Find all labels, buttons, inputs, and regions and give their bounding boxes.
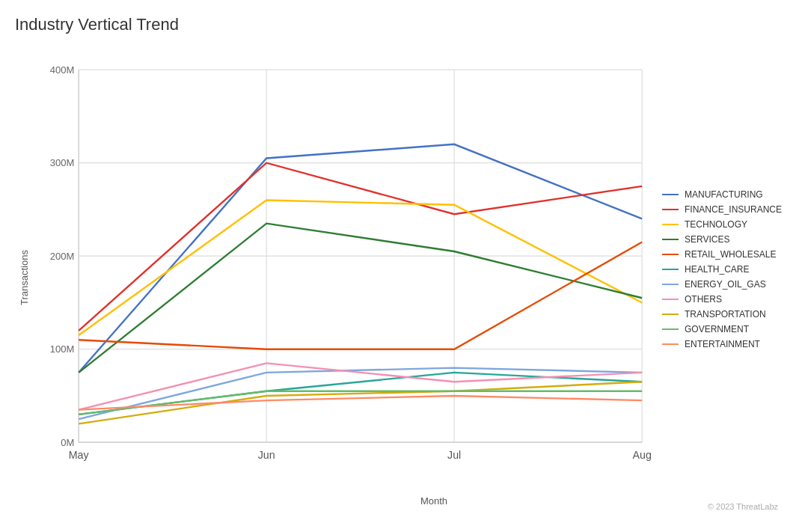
legend-item-health_care: HEALTH_CARE	[662, 264, 793, 275]
legend-label-others: OTHERS	[685, 294, 722, 305]
svg-text:200M: 200M	[50, 251, 75, 262]
legend-color-retail_wholesale	[662, 254, 679, 255]
legend-label-technology: TECHNOLOGY	[685, 219, 747, 230]
legend-color-transportation	[662, 314, 679, 315]
legend-label-services: SERVICES	[685, 234, 729, 245]
x-axis-label: Month	[30, 489, 793, 507]
svg-text:400M: 400M	[50, 64, 75, 76]
series-line-technology	[79, 201, 642, 336]
legend-label-health_care: HEALTH_CARE	[685, 264, 749, 275]
chart-title: Industry Vertical Trend	[15, 15, 793, 34]
series-line-services	[79, 224, 642, 373]
copyright-text: © 2023 ThreatLabz	[708, 502, 778, 511]
svg-text:Aug: Aug	[632, 449, 651, 461]
svg-text:Jun: Jun	[258, 449, 275, 461]
legend-color-entertainment	[662, 343, 679, 345]
legend-color-government	[662, 328, 679, 330]
legend-color-finance_insurance	[662, 209, 679, 210]
legend-color-manufacturing	[662, 194, 679, 195]
legend-label-energy_oil_gas: ENERGY_OIL_GAS	[685, 279, 766, 290]
legend-item-manufacturing: MANUFACTURING	[662, 189, 793, 200]
chart-container: Industry Vertical Trend Transactions 0M1…	[15, 15, 793, 517]
legend-label-transportation: TRANSPORTATION	[685, 309, 766, 319]
chart-inner: 0M100M200M300M400MMayJunJulAug MANUFACTU…	[30, 49, 793, 507]
plot-and-legend: 0M100M200M300M400MMayJunJulAug MANUFACTU…	[30, 49, 793, 489]
legend-item-retail_wholesale: RETAIL_WHOLESALE	[662, 249, 793, 260]
legend-color-technology	[662, 224, 679, 225]
legend-label-finance_insurance: FINANCE_INSURANCE	[685, 204, 782, 215]
svg-text:0M: 0M	[61, 437, 74, 448]
legend-color-health_care	[662, 269, 679, 270]
y-axis-label: Transactions	[15, 49, 30, 507]
legend-item-entertainment: ENTERTAINMENT	[662, 339, 793, 349]
legend-label-manufacturing: MANUFACTURING	[685, 189, 763, 200]
legend-item-finance_insurance: FINANCE_INSURANCE	[662, 204, 793, 215]
legend-item-government: GOVERNMENT	[662, 324, 793, 334]
legend-label-retail_wholesale: RETAIL_WHOLESALE	[685, 249, 776, 260]
legend-color-services	[662, 239, 679, 240]
legend-color-others	[662, 299, 679, 300]
svg-text:300M: 300M	[50, 157, 75, 168]
plot-area: 0M100M200M300M400MMayJunJulAug	[30, 49, 651, 489]
svg-text:May: May	[69, 449, 90, 461]
legend-label-government: GOVERNMENT	[685, 324, 749, 334]
legend-item-services: SERVICES	[662, 234, 793, 245]
legend-label-entertainment: ENTERTAINMENT	[685, 339, 760, 349]
chart-area: Transactions 0M100M200M300M400MMayJunJul…	[15, 49, 793, 507]
legend-item-technology: TECHNOLOGY	[662, 219, 793, 230]
legend-item-others: OTHERS	[662, 294, 793, 305]
legend: MANUFACTURINGFINANCE_INSURANCETECHNOLOGY…	[651, 49, 793, 489]
legend-item-transportation: TRANSPORTATION	[662, 309, 793, 319]
svg-text:100M: 100M	[50, 343, 75, 355]
chart-svg: 0M100M200M300M400MMayJunJulAug	[30, 49, 651, 489]
legend-color-energy_oil_gas	[662, 284, 679, 285]
legend-item-energy_oil_gas: ENERGY_OIL_GAS	[662, 279, 793, 290]
svg-text:Jul: Jul	[447, 449, 461, 461]
